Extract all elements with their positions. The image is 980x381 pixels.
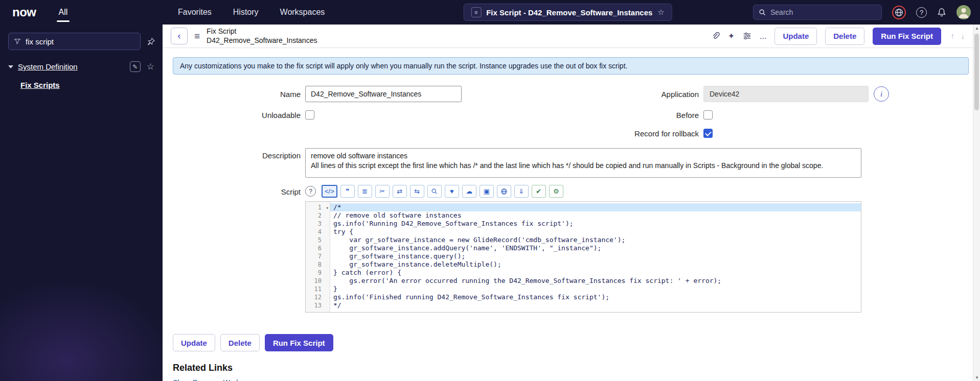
favorite-section-star-icon[interactable]: ☆: [147, 61, 154, 72]
record-for-rollback-label: Record for rollback: [545, 129, 699, 138]
global-search-input[interactable]: [770, 8, 876, 16]
next-record-icon[interactable]: ↓: [961, 32, 965, 41]
line-number: 2: [306, 211, 330, 220]
vertical-scrollbar[interactable]: ▲ ▼: [973, 25, 980, 381]
comment-code-icon[interactable]: ❞: [340, 185, 355, 198]
unloadable-checkbox[interactable]: [305, 110, 314, 120]
nav-section-system-definition[interactable]: System Definition ✎ ☆: [8, 61, 154, 72]
application-label: Application: [545, 90, 699, 99]
show-progress-workers-link[interactable]: Show Progress Workers: [173, 378, 250, 381]
script-label: Script: [173, 185, 301, 196]
run-fix-script-button-header[interactable]: Run Fix Script: [873, 28, 941, 45]
replace-icon[interactable]: ⇄: [393, 185, 407, 198]
record-title: Fix Script D42_Remove_Software_Instances: [207, 27, 317, 44]
line-number: 8: [306, 260, 330, 269]
help-icon[interactable]: ?: [916, 7, 927, 18]
line-number: 5: [306, 236, 330, 244]
syntax-check-icon[interactable]: ✔: [532, 185, 546, 198]
update-button-footer[interactable]: Update: [173, 334, 215, 351]
script-help-icon[interactable]: ?: [305, 186, 316, 197]
update-button-header[interactable]: Update: [774, 28, 817, 45]
info-banner: Any customizations you make to the fix s…: [173, 57, 969, 75]
description-textarea[interactable]: remove old software instances All lines …: [305, 148, 861, 178]
form-footer-actions: Update Delete Run Fix Script: [173, 334, 970, 351]
code-line[interactable]: try {: [330, 228, 861, 236]
code-editor[interactable]: 1▾2345678910111213 /*// remove old softw…: [305, 201, 861, 313]
navigation-sidebar: System Definition ✎ ☆ Fix Scripts: [0, 25, 163, 381]
record-type-label: Fix Script: [207, 27, 317, 36]
cloud-icon[interactable]: ☁: [462, 185, 476, 198]
workspaces-menu-tab[interactable]: Workspaces: [280, 8, 325, 17]
record-for-rollback-checkbox[interactable]: [703, 129, 713, 138]
form-context-menu-icon[interactable]: ≡: [194, 31, 200, 42]
more-actions-icon[interactable]: ...: [760, 32, 766, 41]
line-number: 4: [306, 228, 330, 236]
code-line[interactable]: gs.info('Running D42_Remove_Software_Ins…: [330, 220, 861, 228]
chevron-down-icon[interactable]: [8, 65, 13, 68]
script-gear-icon[interactable]: ⚙: [549, 185, 563, 198]
brand-zone: now All: [0, 0, 163, 25]
filter-funnel-icon: [14, 38, 21, 45]
scrollbar-thumb[interactable]: [974, 34, 979, 110]
application-field: Device42: [703, 86, 869, 102]
preview-icon[interactable]: ▣: [480, 185, 494, 198]
code-line[interactable]: // remove old software instances: [330, 211, 861, 220]
code-line[interactable]: gs.info('Finished running D42_Remove_Sof…: [330, 293, 861, 301]
code-line[interactable]: var gr_software_instance = new GlideReco…: [330, 236, 861, 244]
replace-all-icon[interactable]: ⇆: [410, 185, 424, 198]
favorites-icon[interactable]: ♥: [445, 185, 459, 198]
format-code-icon[interactable]: ≣: [358, 185, 372, 198]
history-menu-tab[interactable]: History: [233, 8, 259, 17]
code-fold-icon[interactable]: ▾: [326, 204, 329, 212]
notifications-bell-icon[interactable]: [937, 8, 946, 17]
edit-application-icon[interactable]: ✎: [130, 61, 141, 72]
main-content: ‹ ≡ Fix Script D42_Remove_Software_Insta…: [163, 25, 980, 381]
topbar-right-cluster: ?: [753, 5, 980, 20]
code-line[interactable]: } catch (error) {: [330, 269, 861, 277]
scroll-up-icon[interactable]: ▲: [973, 25, 980, 32]
record-header: ‹ ≡ Fix Script D42_Remove_Software_Insta…: [163, 25, 980, 48]
personalize-form-sliders-icon[interactable]: [743, 32, 751, 40]
web-help-icon[interactable]: [497, 185, 511, 198]
run-fix-script-button-footer[interactable]: Run Fix Script: [265, 334, 333, 351]
related-links-title: Related Links: [173, 363, 970, 373]
code-line[interactable]: gr_software_instance.deleteMultiple();: [330, 260, 861, 269]
code-line[interactable]: */: [330, 301, 861, 309]
line-number: 13: [306, 301, 330, 309]
code-line[interactable]: gr_software_instance.query();: [330, 252, 861, 260]
globe-icon[interactable]: [892, 6, 906, 19]
back-button[interactable]: ‹: [171, 28, 188, 44]
system-definition-link[interactable]: System Definition: [18, 62, 78, 71]
code-line[interactable]: }: [330, 285, 861, 293]
delete-button-header[interactable]: Delete: [825, 28, 864, 45]
application-info-icon[interactable]: i: [874, 86, 889, 102]
line-number: 1▾: [306, 203, 330, 211]
editor-code[interactable]: /*// remove old software instancesgs.inf…: [330, 202, 861, 312]
line-number: 9: [306, 269, 330, 277]
code-line[interactable]: gr_software_instance.addQuery('name', 'E…: [330, 244, 861, 252]
navigator-filter[interactable]: [8, 33, 141, 50]
code-line[interactable]: gs.error('An error occurred running the …: [330, 277, 861, 285]
favorites-menu-tab[interactable]: Favorites: [178, 8, 212, 17]
pin-sidebar-icon[interactable]: [147, 37, 155, 46]
code-line[interactable]: /*: [330, 203, 861, 211]
favorite-star-icon[interactable]: ☆: [657, 8, 664, 17]
syntax-editor-icon[interactable]: </>: [322, 185, 337, 198]
uncomment-code-icon[interactable]: ✂: [375, 185, 390, 198]
nav-item-fix-scripts[interactable]: Fix Scripts: [20, 81, 154, 89]
navigator-filter-input[interactable]: [26, 37, 135, 46]
before-checkbox[interactable]: [703, 110, 713, 120]
ai-sparkle-icon[interactable]: ✦: [728, 31, 735, 41]
save-script-icon[interactable]: ⇓: [514, 185, 529, 198]
delete-button-footer[interactable]: Delete: [220, 334, 260, 351]
scroll-down-icon[interactable]: ▼: [973, 374, 980, 381]
all-menu-tab[interactable]: All: [57, 0, 70, 25]
previous-record-icon[interactable]: ↑: [950, 32, 954, 41]
attachment-paperclip-icon[interactable]: [711, 32, 720, 40]
name-input[interactable]: [305, 86, 462, 102]
fix-scripts-link[interactable]: Fix Scripts: [20, 81, 60, 89]
global-search[interactable]: [753, 5, 882, 20]
user-avatar[interactable]: [956, 5, 971, 19]
search-code-icon[interactable]: [427, 185, 442, 198]
context-pill[interactable]: ≡ Fix Script - D42_Remove_Software_Insta…: [463, 4, 672, 21]
